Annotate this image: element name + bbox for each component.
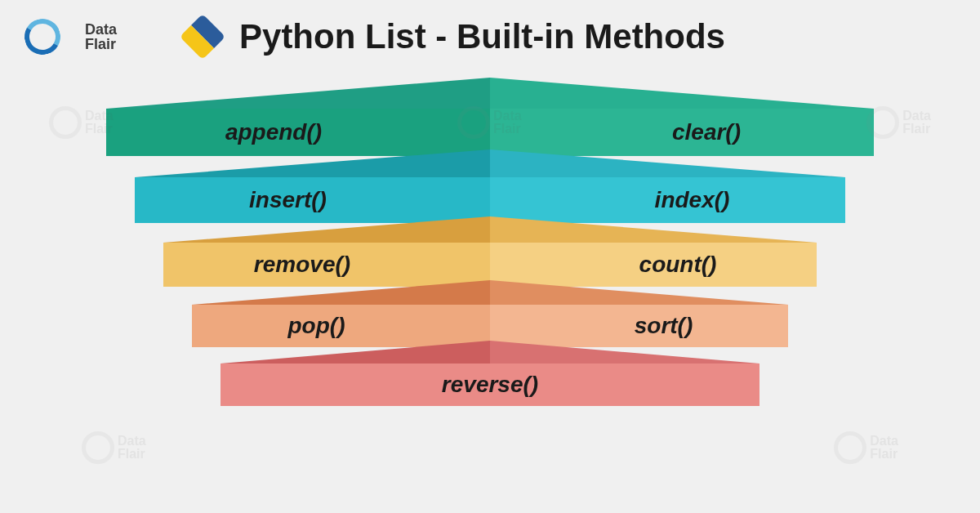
method-sort: sort(): [490, 280, 788, 347]
brand-text: Data Flair: [85, 22, 117, 51]
tier-4: pop() sort(): [192, 280, 788, 347]
tier-3: remove() count(): [163, 216, 817, 287]
method-append: append(): [106, 78, 490, 156]
tier-5: reverse(): [220, 341, 760, 406]
method-pop: pop(): [192, 280, 490, 347]
method-reverse: reverse(): [220, 341, 760, 406]
tier-1: append() clear(): [106, 78, 874, 156]
tier-2: insert() index(): [135, 149, 845, 223]
method-count: count(): [490, 216, 817, 287]
dataflair-logo: [24, 16, 74, 57]
method-insert: insert(): [135, 149, 490, 223]
page-title: Python List - Built-in Methods: [239, 17, 725, 56]
method-clear: clear(): [490, 78, 874, 156]
header: Data Flair Python List - Built-in Method…: [0, 0, 980, 65]
watermark-icon: DataFlair: [834, 431, 898, 464]
method-remove: remove(): [163, 216, 490, 287]
python-icon: [182, 16, 223, 57]
watermark-icon: DataFlair: [82, 431, 146, 464]
method-index: index(): [490, 149, 845, 223]
funnel-diagram: append() clear() insert() index() remove…: [98, 78, 882, 406]
